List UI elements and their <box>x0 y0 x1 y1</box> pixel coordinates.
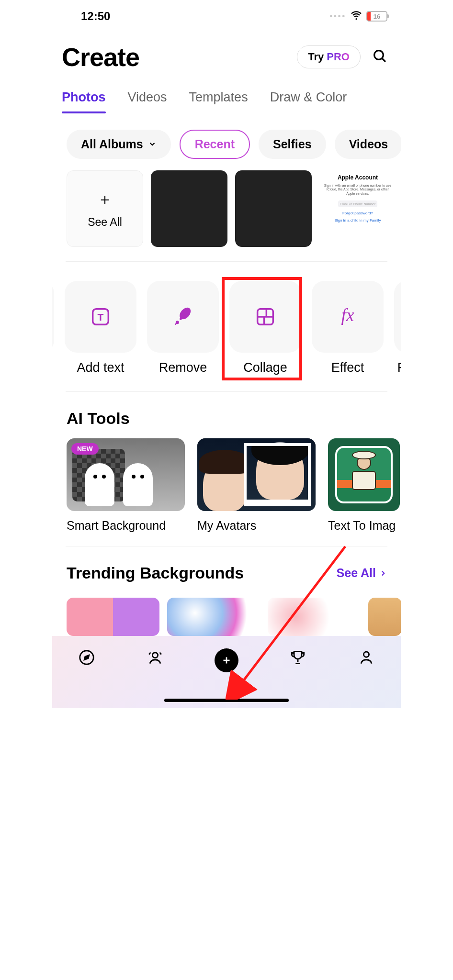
photo-thumb-1[interactable] <box>151 170 227 247</box>
tool-collage[interactable]: Collage <box>229 281 301 375</box>
photo-thumbnails: ＋ See All Apple Account Sign in with an … <box>52 159 401 261</box>
bg-swatch-4[interactable] <box>368 598 401 636</box>
bg-swatch-3[interactable] <box>268 598 361 636</box>
svg-line-1 <box>382 58 385 62</box>
ai-tools-cards: NEW Smart Background My Avatars Text To … <box>52 438 401 546</box>
tool-edge-right[interactable]: F <box>394 281 401 375</box>
nav-create-button[interactable] <box>215 648 238 672</box>
tool-effect[interactable]: fx Effect <box>312 281 384 375</box>
svg-point-14 <box>152 653 158 658</box>
card-text-to-image[interactable]: Text To Imag <box>328 438 400 533</box>
see-all-link[interactable]: See All <box>337 566 387 580</box>
tab-videos[interactable]: Videos <box>128 90 167 113</box>
bottom-nav <box>52 636 401 708</box>
page-title: Create <box>62 42 139 72</box>
signal-dots-icon: •••• <box>330 12 346 21</box>
trending-header: Trending Backgrounds See All <box>52 546 401 593</box>
svg-text:T: T <box>98 312 104 323</box>
home-indicator <box>164 699 289 702</box>
svg-point-17 <box>364 652 369 657</box>
nav-profile[interactable] <box>357 648 375 668</box>
card-smart-background[interactable]: NEW Smart Background <box>67 438 185 533</box>
svg-point-0 <box>374 51 384 60</box>
tool-remove[interactable]: Remove <box>147 281 219 375</box>
ai-tools-header: AI Tools <box>52 392 401 438</box>
nav-challenges[interactable] <box>289 648 307 668</box>
header: Create Try PRO <box>52 28 401 79</box>
album-filter-chips: All Albums Recent Selfies Videos <box>52 113 401 159</box>
bg-swatch-2[interactable] <box>167 598 260 636</box>
try-pro-button[interactable]: Try PRO <box>297 45 361 68</box>
status-bar: 12:50 •••• 16 <box>52 0 401 28</box>
photo-thumb-3[interactable]: Apple Account Sign in with an email or p… <box>319 170 396 247</box>
svg-text:fx: fx <box>341 305 354 325</box>
clock: 12:50 <box>81 10 110 23</box>
nav-community[interactable] <box>146 648 164 668</box>
new-badge: NEW <box>71 443 99 455</box>
ai-tools-title: AI Tools <box>67 409 130 428</box>
tool-add-text[interactable]: T Add text <box>65 281 136 375</box>
chip-videos[interactable]: Videos <box>335 130 401 159</box>
wifi-icon <box>350 9 362 24</box>
see-all-thumb[interactable]: ＋ See All <box>67 170 143 247</box>
svg-point-6 <box>180 318 182 320</box>
chip-all-albums[interactable]: All Albums <box>67 130 171 159</box>
bg-swatch-1[interactable] <box>67 598 159 636</box>
tool-edge-left[interactable]: G <box>52 281 54 375</box>
category-tabs: Photos Videos Templates Draw & Color <box>52 79 401 113</box>
tab-draw-color[interactable]: Draw & Color <box>270 90 347 113</box>
edit-tools-row: G T Add text Remove Collage fx Effect F <box>52 262 401 391</box>
card-my-avatars[interactable]: My Avatars <box>197 438 316 533</box>
search-icon[interactable] <box>372 48 387 66</box>
photo-thumb-2[interactable] <box>235 170 312 247</box>
chip-recent[interactable]: Recent <box>180 130 250 159</box>
tab-photos[interactable]: Photos <box>62 90 106 113</box>
plus-icon: ＋ <box>97 189 113 210</box>
nav-explore[interactable] <box>78 648 96 668</box>
trending-swatches <box>52 593 401 636</box>
svg-marker-13 <box>84 655 89 660</box>
chevron-down-icon <box>148 137 157 151</box>
trending-title: Trending Backgrounds <box>67 564 244 582</box>
chip-selfies[interactable]: Selfies <box>259 130 326 159</box>
tab-templates[interactable]: Templates <box>189 90 248 113</box>
battery-icon: 16 <box>366 11 387 22</box>
